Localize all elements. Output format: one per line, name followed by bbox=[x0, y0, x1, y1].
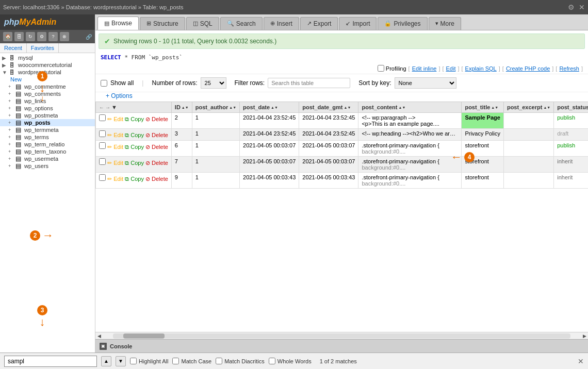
row3-edit-link[interactable]: Edit bbox=[113, 144, 123, 150]
sidebar-item-wp-term-taxono[interactable]: + ▤ wp_term_taxono bbox=[0, 148, 95, 155]
toggle-sidebar[interactable]: 🔗 bbox=[86, 34, 92, 40]
row2-copy-link[interactable]: Copy bbox=[130, 132, 144, 138]
scroll-track[interactable] bbox=[113, 333, 570, 339]
sidebar-item-wp-comments[interactable]: + ▤ wp_comments bbox=[0, 90, 95, 97]
console-icon[interactable]: ▣ bbox=[100, 343, 107, 350]
filter-input[interactable] bbox=[268, 78, 350, 88]
th-post-content[interactable]: post_content ▲▼ bbox=[358, 102, 462, 113]
sidebar-item-wp-users[interactable]: + ▤ wp_users bbox=[0, 162, 95, 170]
console-label[interactable]: Console bbox=[110, 343, 132, 349]
sidebar-item-wordpress[interactable]: ▼ 🗄 wordpresstutorial bbox=[0, 69, 95, 76]
excerpt-sort-icon[interactable]: ▲▼ bbox=[543, 106, 550, 109]
home-icon[interactable]: 🏠 bbox=[3, 32, 12, 41]
tab-export[interactable]: ↗ Export bbox=[300, 17, 338, 30]
match-diacritics-label[interactable]: Match Diacritics bbox=[216, 358, 265, 364]
title-sort-icon[interactable]: ▲▼ bbox=[491, 106, 498, 109]
profiling-checkbox-label[interactable]: Profiling bbox=[378, 65, 406, 72]
match-case-checkbox[interactable] bbox=[172, 358, 179, 364]
date-sort-icon[interactable]: ▲▼ bbox=[271, 106, 278, 109]
horizontal-scrollbar[interactable]: ◀ ▶ bbox=[95, 332, 588, 339]
th-id[interactable]: ID ▲▼ bbox=[171, 102, 192, 113]
options-link[interactable]: + Options bbox=[101, 90, 138, 102]
close-icon[interactable]: ✕ bbox=[579, 3, 585, 11]
row5-delete-link[interactable]: Delete bbox=[152, 176, 168, 182]
th-post-title[interactable]: post_title ▲▼ bbox=[462, 102, 503, 113]
sidebar-item-wp-term-relation[interactable]: + ▤ wp_term_relatio bbox=[0, 141, 95, 148]
sidebar-item-wp-commentmeta[interactable]: + ▤ wp_commentme bbox=[0, 83, 95, 90]
row4-delete-link[interactable]: Delete bbox=[152, 160, 168, 166]
tab-sql[interactable]: ◫ SQL bbox=[186, 17, 219, 30]
th-post-date[interactable]: post_date ▲▼ bbox=[240, 102, 299, 113]
row4-edit-link[interactable]: Edit bbox=[113, 160, 123, 166]
th-post-author[interactable]: post_author ▲▼ bbox=[192, 102, 239, 113]
sidebar-item-wp-posts[interactable]: + ▤ wp_posts bbox=[0, 119, 95, 126]
help-icon[interactable]: ? bbox=[48, 32, 58, 41]
row2-delete-link[interactable]: Delete bbox=[152, 132, 168, 138]
row1-delete-link[interactable]: Delete bbox=[152, 116, 168, 122]
exit-icon[interactable]: ⊗ bbox=[60, 32, 69, 41]
sidebar-item-wp-postmeta[interactable]: + ▤ wp_postmeta bbox=[0, 112, 95, 119]
explain-sql-link[interactable]: Explain SQL bbox=[465, 65, 497, 72]
refresh-icon[interactable]: ↻ bbox=[26, 32, 35, 41]
row4-copy-link[interactable]: Copy bbox=[130, 160, 144, 166]
row1-copy-link[interactable]: Copy bbox=[130, 116, 144, 122]
id-sort-icon[interactable]: ▲▼ bbox=[182, 106, 189, 109]
highlight-all-checkbox[interactable] bbox=[130, 358, 137, 364]
sidebar-item-woocommerce[interactable]: ▶ 🗄 woocommercetutorial bbox=[0, 61, 95, 69]
author-sort-icon[interactable]: ▲▼ bbox=[229, 106, 236, 109]
create-php-link[interactable]: Create PHP code bbox=[506, 65, 550, 72]
edit-link[interactable]: Edit bbox=[446, 65, 456, 72]
row3-delete-link[interactable]: Delete bbox=[152, 144, 168, 150]
scroll-left-icon[interactable]: ◀ bbox=[95, 333, 103, 339]
search-input[interactable] bbox=[4, 356, 97, 367]
row3-checkbox[interactable] bbox=[99, 142, 106, 149]
th-post-status[interactable]: post_status ▲▼ bbox=[554, 102, 588, 113]
row5-checkbox[interactable] bbox=[99, 174, 106, 181]
recent-tab[interactable]: Recent bbox=[0, 43, 27, 53]
num-rows-select[interactable]: 25 50 100 bbox=[201, 77, 226, 89]
sidebar-item-wp-usermeta[interactable]: + ▤ wp_usermeta bbox=[0, 155, 95, 162]
th-post-date-gmt[interactable]: post_date_gmt ▲▼ bbox=[299, 102, 358, 113]
row1-checkbox[interactable] bbox=[99, 114, 106, 121]
row1-edit-link[interactable]: Edit bbox=[113, 116, 123, 122]
whole-words-label[interactable]: Whole Words bbox=[269, 358, 312, 364]
nav-left-icon[interactable]: ← bbox=[99, 105, 104, 110]
row2-edit-link[interactable]: Edit bbox=[113, 132, 123, 138]
sidebar-item-new[interactable]: New bbox=[0, 76, 95, 83]
scroll-thumb[interactable] bbox=[123, 333, 165, 339]
tab-browse[interactable]: ▤ Browse bbox=[97, 16, 139, 30]
tab-search[interactable]: 🔍 Search bbox=[220, 17, 263, 30]
tab-more[interactable]: ▾ More bbox=[429, 17, 461, 30]
tab-privileges[interactable]: 🔒 Privileges bbox=[378, 17, 427, 30]
sort-select[interactable]: None bbox=[395, 77, 456, 89]
sidebar-item-wp-termmeta[interactable]: + ▤ wp_termmeta bbox=[0, 126, 95, 133]
settings-icon[interactable]: ⚙ bbox=[37, 32, 46, 41]
profiling-checkbox[interactable] bbox=[378, 65, 384, 72]
row2-checkbox[interactable] bbox=[99, 130, 106, 137]
match-diacritics-checkbox[interactable] bbox=[216, 358, 222, 364]
show-all-checkbox[interactable] bbox=[101, 80, 107, 87]
refresh-link[interactable]: Refresh bbox=[559, 65, 579, 72]
database-icon[interactable]: 🗄 bbox=[14, 32, 24, 41]
tab-structure[interactable]: ⊞ Structure bbox=[140, 17, 185, 30]
content-sort-icon[interactable]: ▲▼ bbox=[398, 106, 405, 109]
edit-inline-link[interactable]: Edit inline bbox=[412, 65, 437, 72]
favorites-tab[interactable]: Favorites bbox=[27, 43, 59, 53]
scroll-right-icon[interactable]: ▶ bbox=[581, 333, 588, 339]
whole-words-checkbox[interactable] bbox=[269, 358, 275, 364]
tab-import[interactable]: ↙ Import bbox=[339, 17, 377, 30]
close-search-icon[interactable]: ✕ bbox=[578, 357, 584, 365]
row5-copy-link[interactable]: Copy bbox=[130, 176, 144, 182]
sort-dropdown-icon[interactable]: ▼ bbox=[111, 104, 117, 110]
nav-right-icon[interactable]: → bbox=[105, 105, 110, 110]
sidebar-item-mysql[interactable]: ▶ 🗄 mysql bbox=[0, 54, 95, 61]
row5-edit-link[interactable]: Edit bbox=[113, 176, 123, 182]
row4-checkbox[interactable] bbox=[99, 158, 106, 165]
highlight-all-label[interactable]: Highlight All bbox=[130, 358, 168, 364]
tab-insert[interactable]: ⊕ Insert bbox=[264, 17, 299, 30]
th-post-excerpt[interactable]: post_excerpt ▲▼ bbox=[503, 102, 553, 113]
sidebar-item-wp-options[interactable]: + ▤ wp_options bbox=[0, 105, 95, 112]
match-case-label[interactable]: Match Case bbox=[172, 358, 211, 364]
search-down-button[interactable]: ▼ bbox=[116, 356, 126, 366]
sidebar-item-wp-terms[interactable]: + ▤ wp_terms bbox=[0, 133, 95, 141]
